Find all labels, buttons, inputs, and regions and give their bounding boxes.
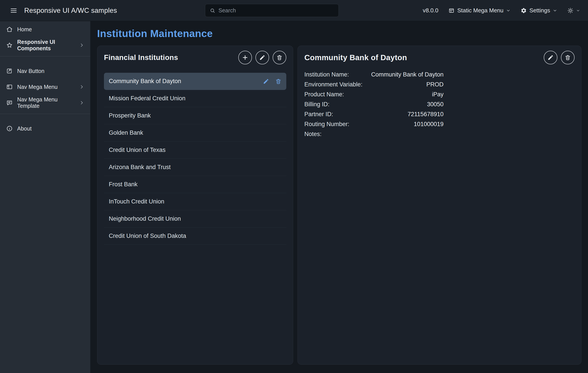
institution-name: Frost Bank bbox=[109, 181, 138, 188]
card-header: Financial Institutions bbox=[104, 51, 286, 64]
sidebar-item-label: Nav Mega Menu Template bbox=[17, 96, 75, 109]
nav-button-icon bbox=[6, 68, 13, 74]
field-value: iPay bbox=[368, 89, 443, 99]
trash-icon bbox=[275, 78, 282, 84]
chevron-down-icon bbox=[576, 9, 580, 12]
sidebar-item-nav-button[interactable]: Nav Button bbox=[0, 63, 90, 79]
home-icon bbox=[6, 26, 13, 33]
plus-icon bbox=[242, 54, 248, 61]
sidebar-item-about[interactable]: About bbox=[0, 121, 90, 136]
institution-name: Community Bank of Dayton bbox=[109, 78, 181, 85]
main-content: Institution Maintenance Financial Instit… bbox=[90, 21, 588, 373]
institution-name: Credit Union of Texas bbox=[109, 147, 166, 154]
detail-title: Community Bank of Dayton bbox=[304, 53, 407, 62]
mega-menu-icon bbox=[448, 8, 454, 14]
info-icon bbox=[6, 125, 13, 132]
field-value: Community Bank of Dayton bbox=[368, 70, 443, 80]
field-label: Notes: bbox=[304, 129, 362, 139]
list-item[interactable]: Mission Federal Credit Union bbox=[104, 90, 286, 107]
mega-menu-dropdown[interactable]: Static Mega Menu bbox=[448, 7, 511, 14]
detail-fields: Institution Name: Community Bank of Dayt… bbox=[304, 70, 443, 139]
sidebar-item-home[interactable]: Home bbox=[0, 21, 90, 37]
sidebar-item-nav-mega-menu[interactable]: Nav Mega Menu bbox=[0, 79, 90, 95]
institution-name: InTouch Credit Union bbox=[109, 198, 164, 205]
card-actions bbox=[238, 51, 286, 64]
edit-institution-button[interactable] bbox=[255, 51, 269, 64]
delete-row-button[interactable] bbox=[275, 78, 282, 84]
institution-name: Neighborhood Credit Union bbox=[109, 215, 181, 222]
chevron-right-icon bbox=[79, 100, 84, 105]
institution-name: Credit Union of South Dakota bbox=[109, 232, 186, 239]
card-header: Community Bank of Dayton bbox=[304, 51, 575, 64]
pencil-icon bbox=[259, 55, 265, 61]
topbar-right: v8.0.0 Static Mega Menu Settings bbox=[423, 7, 580, 14]
sidebar: Home Responsive UI Components Nav Button… bbox=[0, 21, 90, 373]
version-label: v8.0.0 bbox=[423, 7, 439, 14]
institution-detail-card: Community Bank of Dayton Institut bbox=[297, 46, 581, 365]
chevron-down-icon bbox=[506, 8, 511, 13]
field-value: PROD bbox=[368, 80, 443, 89]
field-value: 30050 bbox=[368, 99, 443, 109]
field-value bbox=[368, 129, 443, 139]
row-actions bbox=[263, 78, 282, 84]
cards-row: Financial Institutions bbox=[97, 46, 581, 365]
delete-institution-button[interactable] bbox=[273, 51, 286, 64]
list-item[interactable]: Golden Bank bbox=[104, 124, 286, 142]
list-item[interactable]: Arizona Bank and Trust bbox=[104, 159, 286, 176]
sidebar-item-label: Nav Button bbox=[17, 68, 44, 74]
nav-mega-menu-template-icon bbox=[6, 99, 13, 106]
add-institution-button[interactable] bbox=[238, 51, 252, 64]
sidebar-item-responsive-ui-components[interactable]: Responsive UI Components bbox=[0, 37, 90, 53]
institution-name: Mission Federal Credit Union bbox=[109, 95, 185, 102]
sidebar-divider bbox=[0, 114, 90, 114]
gear-icon bbox=[521, 8, 527, 14]
edit-row-button[interactable] bbox=[263, 78, 269, 84]
list-item[interactable]: Prosperity Bank bbox=[104, 107, 286, 124]
mega-menu-label: Static Mega Menu bbox=[457, 7, 504, 14]
sidebar-item-nav-mega-menu-template[interactable]: Nav Mega Menu Template bbox=[0, 95, 90, 111]
list-item[interactable]: Credit Union of South Dakota bbox=[104, 228, 286, 245]
chevron-right-icon bbox=[79, 84, 84, 89]
edit-detail-button[interactable] bbox=[544, 51, 557, 64]
settings-dropdown[interactable]: Settings bbox=[521, 7, 557, 14]
chevron-right-icon bbox=[79, 43, 84, 48]
list-item[interactable]: Frost Bank bbox=[104, 176, 286, 193]
list-item[interactable]: Credit Union of Texas bbox=[104, 142, 286, 159]
field-label: Product Name: bbox=[304, 89, 362, 99]
sidebar-item-label: About bbox=[17, 125, 32, 132]
field-label: Billing ID: bbox=[304, 99, 362, 109]
institution-name: Golden Bank bbox=[109, 129, 143, 136]
card-actions bbox=[544, 51, 575, 64]
pencil-icon bbox=[263, 78, 269, 84]
field-label: Institution Name: bbox=[304, 70, 362, 80]
institution-list: Community Bank of Dayton bbox=[104, 73, 286, 245]
search-icon bbox=[210, 8, 215, 13]
chevron-down-icon bbox=[553, 8, 557, 13]
list-item[interactable]: Community Bank of Dayton bbox=[104, 73, 286, 90]
field-label: Environment Variable: bbox=[304, 80, 362, 89]
topbar: Responsive UI A/WC samples v8.0.0 Static… bbox=[0, 0, 588, 21]
search-box[interactable] bbox=[205, 4, 339, 17]
app-title: Responsive UI A/WC samples bbox=[24, 7, 117, 15]
theme-toggle[interactable] bbox=[567, 8, 580, 14]
hamburger-menu-button[interactable] bbox=[8, 5, 19, 16]
sidebar-item-label: Nav Mega Menu bbox=[17, 84, 57, 90]
search-input[interactable] bbox=[219, 7, 334, 14]
hamburger-icon bbox=[10, 7, 17, 14]
institution-name: Arizona Bank and Trust bbox=[109, 164, 171, 171]
trash-icon bbox=[276, 55, 283, 61]
sun-icon bbox=[567, 8, 573, 14]
trash-icon bbox=[565, 55, 571, 61]
sidebar-item-label: Responsive UI Components bbox=[17, 39, 75, 52]
list-item[interactable]: InTouch Credit Union bbox=[104, 193, 286, 210]
page-title: Institution Maintenance bbox=[97, 28, 581, 39]
delete-detail-button[interactable] bbox=[561, 51, 575, 64]
sidebar-divider bbox=[0, 56, 90, 56]
financial-institutions-card: Financial Institutions bbox=[97, 46, 293, 365]
pencil-icon bbox=[547, 55, 554, 61]
list-item[interactable]: Neighborhood Credit Union bbox=[104, 210, 286, 228]
field-label: Routing Number: bbox=[304, 119, 362, 129]
nav-mega-menu-icon bbox=[6, 84, 13, 90]
sidebar-item-label: Home bbox=[17, 26, 32, 33]
star-icon bbox=[6, 42, 13, 48]
